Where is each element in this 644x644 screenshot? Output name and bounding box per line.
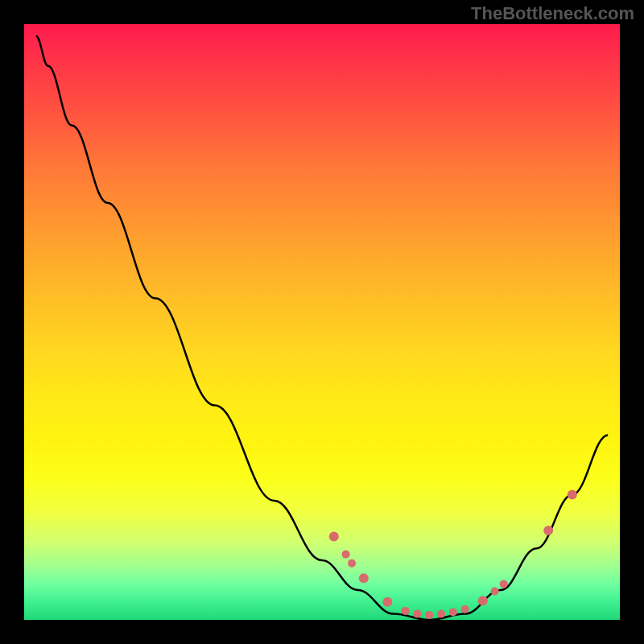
data-point (382, 597, 392, 607)
data-point (500, 580, 508, 588)
data-point (329, 531, 339, 541)
data-point (543, 526, 553, 535)
bottleneck-curve (36, 36, 608, 620)
data-point (348, 559, 356, 568)
data-point (413, 610, 421, 618)
data-point (478, 596, 488, 605)
data-point (461, 605, 469, 613)
data-points-group (329, 490, 577, 619)
data-point (437, 610, 445, 618)
chart-svg (24, 24, 620, 620)
data-point (449, 608, 457, 616)
data-point (568, 490, 577, 500)
watermark-text: TheBottleneck.com (471, 3, 634, 24)
data-point (342, 551, 350, 559)
data-point (491, 587, 499, 595)
data-point (425, 611, 433, 619)
data-point (359, 573, 369, 583)
data-point (402, 607, 410, 615)
chart-plot-area (24, 24, 620, 620)
